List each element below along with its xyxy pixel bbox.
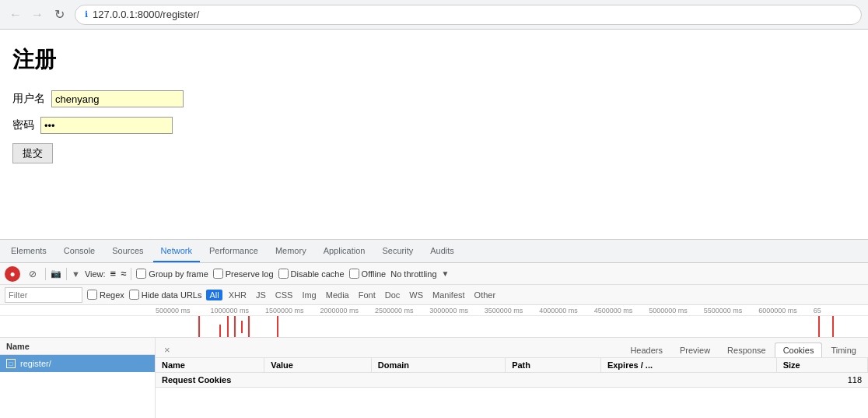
username-form-group: 用户名 (12, 90, 856, 107)
cookies-col-name: Name (156, 358, 264, 373)
refresh-button[interactable]: ↻ (50, 5, 68, 24)
no-throttling-text: No throttling (390, 269, 436, 279)
submit-button[interactable]: 提交 (12, 143, 53, 163)
camera-icon: 📷 (51, 269, 61, 279)
detail-tab-cookies[interactable]: Cookies (775, 342, 823, 357)
group-by-frame-checkbox[interactable] (136, 269, 146, 279)
detail-tab-preview[interactable]: Preview (671, 342, 719, 357)
filter-icon: ▼ (72, 269, 80, 279)
resource-tab-font[interactable]: Font (355, 290, 379, 300)
timeline-label-4: 2000000 ms (320, 307, 374, 314)
resource-tab-all[interactable]: All (206, 290, 222, 300)
timeline-bars (156, 316, 868, 338)
timeline-label-3: 1500000 ms (265, 307, 320, 314)
network-toolbar: ● ⊘ 📷 ▼ View: ≡ ≈ Group by frame Preserv… (0, 263, 868, 285)
resource-tab-other[interactable]: Other (471, 290, 499, 300)
hide-data-urls-text: Hide data URLs (142, 290, 202, 300)
offline-text: Offline (362, 269, 387, 279)
resource-tab-js[interactable]: JS (253, 290, 269, 300)
request-cookies-label: Request Cookies (162, 375, 231, 385)
group-by-frame-label[interactable]: Group by frame (136, 269, 208, 279)
tab-console[interactable]: Console (56, 240, 103, 262)
disable-cache-label[interactable]: Disable cache (278, 269, 345, 279)
detail-tab-timing[interactable]: Timing (822, 342, 865, 357)
request-cookies-size: 118 (848, 375, 862, 385)
detail-tab-headers[interactable]: Headers (621, 342, 671, 357)
tab-elements[interactable]: Elements (3, 240, 54, 262)
filter-input[interactable] (5, 287, 82, 303)
cookies-col-path: Path (506, 358, 601, 373)
timeline-bar-5 (241, 321, 243, 334)
password-label: 密码 (12, 118, 34, 132)
timeline-bar-4 (234, 316, 236, 338)
preserve-log-checkbox[interactable] (213, 269, 223, 279)
forward-button[interactable]: → (28, 5, 47, 24)
resource-tab-media[interactable]: Media (323, 290, 352, 300)
cookies-col-size: Size (776, 358, 867, 373)
tab-security[interactable]: Security (374, 240, 421, 262)
throttling-dropdown-icon[interactable]: ▼ (442, 269, 450, 278)
url-text: 127.0.0.1:8000/register/ (93, 9, 199, 20)
record-button[interactable]: ● (5, 266, 20, 282)
devtools-tabs: Elements Console Sources Network Perform… (0, 240, 868, 263)
timeline-bar-6 (248, 316, 250, 338)
timeline-area: 500000 ms 1000000 ms 1500000 ms 2000000 … (0, 305, 868, 338)
resource-tab-xhr[interactable]: XHR (226, 290, 250, 300)
regex-checkbox[interactable] (87, 290, 97, 300)
timeline-label-10: 5000000 ms (649, 307, 703, 314)
address-bar[interactable]: ℹ 127.0.0.1:8000/register/ (75, 5, 862, 25)
tab-sources[interactable]: Sources (104, 240, 151, 262)
timeline-bar-9 (832, 316, 834, 338)
resource-tab-manifest[interactable]: Manifest (429, 290, 468, 300)
password-form-group: 密码 (12, 117, 856, 134)
view-list-icon[interactable]: ≡ (110, 268, 117, 279)
tab-memory[interactable]: Memory (268, 240, 314, 262)
separator-3 (131, 268, 131, 280)
cookies-col-expires: Expires / ... (600, 358, 776, 373)
timeline-bar-2 (219, 325, 221, 338)
hide-data-urls-label[interactable]: Hide data URLs (129, 290, 202, 300)
clear-button[interactable]: ⊘ (25, 266, 40, 282)
cookies-col-domain: Domain (371, 358, 505, 373)
timeline-bar-3 (227, 316, 229, 338)
resource-tab-img[interactable]: Img (299, 290, 319, 300)
resource-tabs: All XHR JS CSS Img Media Font Doc WS Man… (206, 290, 499, 300)
password-input[interactable] (40, 117, 173, 134)
offline-label[interactable]: Offline (349, 269, 387, 279)
username-input[interactable] (51, 90, 184, 107)
timeline-label-13: 65 (814, 307, 868, 314)
back-button[interactable]: ← (6, 5, 25, 24)
detail-content: Name Value Domain Path Expires / ... Siz… (156, 358, 868, 418)
username-label: 用户名 (12, 92, 45, 106)
browser-toolbar: ← → ↻ ℹ 127.0.0.1:8000/register/ (0, 0, 868, 30)
resource-tab-doc[interactable]: Doc (382, 290, 404, 300)
regex-text: Regex (100, 290, 124, 300)
timeline-label-12: 6000000 ms (758, 307, 813, 314)
separator-2 (66, 268, 67, 280)
resource-tab-ws[interactable]: WS (406, 290, 426, 300)
preserve-log-label[interactable]: Preserve log (213, 269, 274, 279)
tab-audits[interactable]: Audits (422, 240, 462, 262)
disable-cache-checkbox[interactable] (278, 269, 289, 279)
network-item-name: register/ (20, 359, 51, 368)
tab-application[interactable]: Application (316, 240, 373, 262)
tab-network[interactable]: Network (153, 240, 200, 262)
view-grouped-icon[interactable]: ≈ (121, 268, 126, 279)
resource-tab-css[interactable]: CSS (272, 290, 296, 300)
detail-close-button[interactable]: × (159, 342, 176, 357)
tab-performance[interactable]: Performance (201, 240, 266, 262)
network-detail-panel: × Headers Preview Response Cookies Timin… (156, 338, 868, 418)
detail-tab-response[interactable]: Response (719, 342, 775, 357)
detail-tabs: × Headers Preview Response Cookies Timin… (156, 338, 868, 358)
hide-data-urls-checkbox[interactable] (129, 290, 139, 300)
offline-checkbox[interactable] (349, 269, 359, 279)
network-content-area: Name □ register/ × Headers Preview Respo… (0, 338, 868, 418)
page-title: 注册 (12, 45, 856, 75)
network-item-register[interactable]: □ register/ (0, 355, 155, 372)
timeline-label-8: 4000000 ms (539, 307, 593, 314)
filter-toolbar: Regex Hide data URLs All XHR JS CSS Img … (0, 285, 868, 305)
timeline-label-6: 3000000 ms (429, 307, 484, 314)
cookies-table: Name Value Domain Path Expires / ... Siz… (156, 358, 868, 373)
regex-label[interactable]: Regex (87, 290, 124, 300)
cookies-col-value: Value (264, 358, 372, 373)
